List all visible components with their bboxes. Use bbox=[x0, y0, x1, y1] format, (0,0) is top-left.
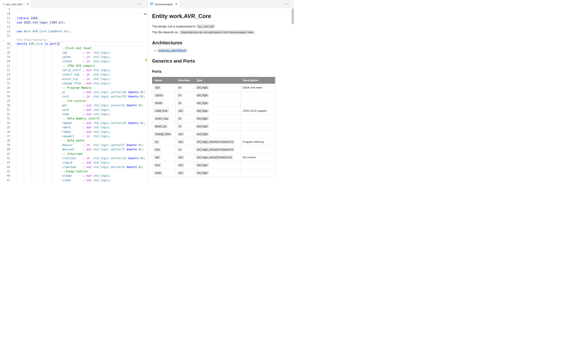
code-line-10: 10 bbox=[0, 12, 145, 16]
line-number: 41 bbox=[0, 152, 10, 156]
code-text[interactable]: irqlines : in std_logic_vector(22 downto… bbox=[10, 156, 145, 160]
line-number: 18 bbox=[0, 51, 10, 55]
line-number: 37 bbox=[0, 134, 10, 138]
code-text[interactable]: --Sleep Control bbox=[10, 169, 88, 174]
port-cell: cp2 bbox=[152, 84, 176, 91]
code-line-27: 27 pc : out std_logic_vector(15 downto 0… bbox=[0, 90, 145, 94]
code-line-38: 38 -- Data paths bbox=[0, 138, 145, 143]
code-line-31: 31 iore : out std_logic; bbox=[0, 108, 145, 112]
line-number: 30 bbox=[0, 103, 10, 108]
port-cell: pc bbox=[152, 138, 176, 146]
code-text[interactable]: block_irq : in std_logic; bbox=[10, 77, 111, 81]
code-text[interactable]: ramwe : out std_logic; bbox=[10, 130, 111, 134]
code-text[interactable]: -- Program Memory bbox=[10, 86, 92, 90]
code-text[interactable]: cp2 : in std_logic; bbox=[10, 51, 111, 55]
code-line-30: 30 adr : out std_logic_vector(5 downto 0… bbox=[0, 103, 145, 108]
tab-documentation[interactable]: Documentation ✕ bbox=[148, 0, 180, 8]
port-cell: out bbox=[176, 161, 194, 169]
line-number: 45 bbox=[0, 169, 10, 174]
depends-paragraph: This file depends on: Dependencies are n… bbox=[152, 31, 291, 34]
code-text[interactable]: iowe : out std_logic; bbox=[10, 112, 111, 117]
code-text[interactable]: -- Data memory control bbox=[10, 117, 100, 121]
editor-more-actions-icon[interactable]: ⋯ bbox=[137, 2, 141, 6]
line-number: 17 bbox=[0, 46, 10, 50]
doc-scrollbar-thumb[interactable] bbox=[292, 9, 294, 24]
code-text[interactable] bbox=[10, 33, 17, 38]
code-line-33: 33 -- Data memory control bbox=[0, 117, 145, 121]
port-row-change_flow: change_flowoutstd_logic bbox=[152, 130, 275, 138]
port-description-cell bbox=[241, 130, 275, 138]
code-text[interactable]: ramre : out std_logic; bbox=[10, 125, 111, 130]
port-row-block_irq: block_irqinstd_logic bbox=[152, 123, 275, 130]
port-cell: std_logic bbox=[194, 115, 241, 123]
doc-tab-close-icon[interactable]: ✕ bbox=[175, 3, 178, 6]
overview-ruler[interactable] bbox=[145, 0, 147, 182]
code-line-41: 41 -- Interrupt bbox=[0, 152, 145, 156]
codelens-set-hierarchy-top[interactable]: Set as Design Hierarchy Top bbox=[17, 39, 46, 41]
code-text[interactable]: irqack : out std_logic; bbox=[10, 160, 111, 165]
code-text[interactable]: sleepi : out std_logic; bbox=[10, 174, 111, 178]
code-text[interactable]: adr : out std_logic_vector(5 downto 0); bbox=[10, 103, 144, 108]
tab-problems-badge: 2 bbox=[23, 3, 24, 6]
code-text[interactable]: insert_nop : in std_logic; bbox=[10, 72, 111, 77]
code-text[interactable]: irqok : out std_logic; bbox=[10, 178, 111, 182]
code-text[interactable]: dbusout : out std_logic_vector(7 downto … bbox=[10, 147, 144, 152]
code-text[interactable]: pc : out std_logic_vector(15 downto 0); bbox=[10, 90, 145, 94]
code-text[interactable]: use IEEE.std_logic_1164.all; bbox=[10, 20, 66, 25]
code-text[interactable] bbox=[10, 12, 17, 16]
code-text[interactable]: --Clock and reset bbox=[10, 46, 92, 50]
port-row-iowe: ioweoutstd_logic bbox=[152, 169, 275, 177]
code-text[interactable]: ireset : in std_logic; bbox=[10, 59, 111, 64]
code-text[interactable]: entity AVR_Core is port( bbox=[10, 42, 59, 46]
code-text[interactable] bbox=[10, 25, 17, 29]
line-number: 25 bbox=[0, 81, 10, 85]
code-text[interactable]: iore : out std_logic; bbox=[10, 108, 111, 112]
line-number: 14 bbox=[0, 29, 10, 33]
code-line-29: 29 -- I/O control bbox=[0, 99, 145, 103]
code-line-40: 40 dbusout : out std_logic_vector(7 down… bbox=[0, 147, 145, 152]
code-text[interactable]: cp2en : in std_logic; bbox=[10, 55, 111, 59]
code-text[interactable]: irqackad : out std_logic_vector(4 downto… bbox=[10, 165, 144, 169]
line-number: 40 bbox=[0, 147, 10, 152]
code-text[interactable]: -- Data paths bbox=[10, 138, 85, 143]
port-cell: std_logic_vector(5 downto 0) bbox=[194, 154, 241, 161]
code-text[interactable]: -- I/O control bbox=[10, 99, 86, 103]
line-number: 38 bbox=[0, 138, 10, 143]
port-description-cell bbox=[241, 91, 275, 99]
code-text[interactable]: library IEEE; bbox=[10, 16, 39, 20]
tab-close-icon[interactable]: ✕ bbox=[26, 3, 29, 6]
code-text[interactable]: dbusin : in std_logic_vector(7 downto 0)… bbox=[10, 143, 144, 147]
line-number: 21 bbox=[0, 64, 10, 68]
port-cell: block_irq bbox=[152, 123, 176, 130]
code-text[interactable]: use Work.AVR_Core_CompPack.all; bbox=[10, 29, 71, 33]
code-line-25: 25 change_flow : out std_logic; bbox=[0, 81, 145, 85]
line-number: 15 bbox=[0, 33, 10, 38]
line-number: 46 bbox=[0, 174, 10, 178]
architecture-link[interactable]: work.avr_core(Struct) bbox=[158, 49, 187, 52]
code-line-23: 23 insert_nop : in std_logic; bbox=[0, 72, 145, 77]
code-text[interactable]: change_flow : out std_logic; bbox=[10, 81, 111, 85]
code-area[interactable]: 9--1011library IEEE;12use IEEE.std_logic… bbox=[0, 0, 145, 182]
line-number: 28 bbox=[0, 94, 10, 99]
tab-avr-core-vhd[interactable]: VH avr_core.vhd 2 ✕ bbox=[0, 0, 31, 8]
doc-more-actions-icon[interactable]: ⋯ bbox=[285, 2, 289, 6]
port-description-cell: JTAG OCD support bbox=[241, 107, 275, 115]
ports-table-body: cp2instd_logicClock and resetcp2eninstd_… bbox=[152, 84, 275, 177]
line-number: 20 bbox=[0, 59, 10, 64]
code-text[interactable]: -- Interrupt bbox=[10, 152, 83, 156]
code-text[interactable]: valid_instr : out std_logic; bbox=[10, 68, 111, 72]
port-cell: in bbox=[176, 115, 194, 123]
code-text[interactable]: cpuwait : in std_logic; bbox=[10, 134, 111, 138]
ports-table-header-row: NameDirectionTypeDescription bbox=[152, 77, 275, 84]
implemented-file-badge: avr_core.vhd bbox=[196, 24, 215, 28]
line-number: 24 bbox=[0, 77, 10, 81]
code-text[interactable]: -- JTAG OCD support bbox=[10, 64, 95, 68]
code-text[interactable]: inst : in std_logic_vector(15 downto 0); bbox=[10, 94, 145, 99]
port-cell: in bbox=[176, 99, 194, 107]
code-line-11: 11library IEEE; bbox=[0, 16, 145, 20]
port-description-cell: Program Memory bbox=[241, 138, 275, 146]
port-description-cell bbox=[241, 146, 275, 154]
code-text[interactable]: ramadr : out std_logic_vector(15 downto … bbox=[10, 121, 145, 125]
port-cell: out bbox=[176, 154, 194, 161]
tab-filename: avr_core.vhd bbox=[6, 3, 22, 6]
